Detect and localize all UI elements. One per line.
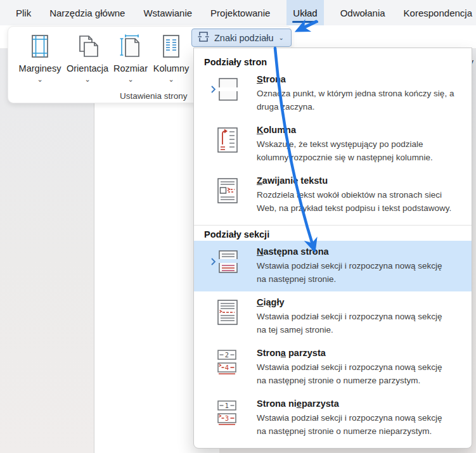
chevron-down-icon: ⌄ <box>279 34 284 41</box>
menu-item-description: Wstawia podział sekcji i rozpoczyna nową… <box>257 310 464 336</box>
button-label: Marginesy <box>16 63 64 73</box>
svg-text:3: 3 <box>225 415 229 422</box>
tab-narzędzia-główne[interactable]: Narzędzia główne <box>48 0 127 25</box>
menu-item-description: Oznacza punkt, w którym jedna strona koń… <box>257 87 464 113</box>
margins-icon <box>16 33 64 62</box>
chevron-down-icon: ⌄ <box>63 76 112 82</box>
tab-układ[interactable]: Układ <box>286 0 323 25</box>
column-break-icon <box>209 125 241 157</box>
menu-item-zawijanie-tekstu[interactable]: Zawijanie tekstu Rozdziela tekst wokół o… <box>194 170 472 220</box>
menu-item-strona-parzysta[interactable]: 2 4 Strona parzysta Wstawia podział sekc… <box>194 342 472 393</box>
menu-item-title: Kolumna <box>257 125 464 135</box>
menu-item-strona-nieparzysta[interactable]: 1 3 Strona nieparzysta Wstawia podział s… <box>194 393 472 443</box>
menu-item-title: Następna strona <box>257 246 464 257</box>
marginesy-button[interactable]: Marginesy ⌄ <box>16 33 64 82</box>
svg-text:2: 2 <box>225 352 229 359</box>
tab-label: Układ <box>293 8 317 18</box>
text-wrap-break-icon <box>209 176 241 208</box>
breaks-button-label: Znaki podziału <box>214 33 274 43</box>
button-label: Orientacja <box>63 63 112 73</box>
menu-item-description: Wskazuje, że tekst występujący po podzia… <box>257 137 464 164</box>
menu-item-title: Strona parzysta <box>257 348 464 358</box>
tab-label: Odwołania <box>340 8 385 18</box>
columns-icon <box>147 33 195 62</box>
breaks-button[interactable]: Znaki podziału ⌄ <box>191 29 292 47</box>
tab-label: Plik <box>16 8 31 18</box>
menu-item-title: Strona <box>257 74 464 84</box>
tab-label: Wstawianie <box>143 8 192 18</box>
menu-item-ciągły[interactable]: Ciągły Wstawia podział sekcji i rozpoczy… <box>194 291 472 342</box>
page-break-item-icon <box>209 75 241 106</box>
even-page-section-icon: 2 4 <box>209 348 241 380</box>
tab-odwołania[interactable]: Odwołania <box>338 0 387 25</box>
menu-item-description: Wstawia podział sekcji i rozpoczyna nową… <box>257 259 464 286</box>
menu-item-następna-strona[interactable]: Następna strona Wstawia podział sekcji i… <box>194 241 472 291</box>
tab-label: Narzędzia główne <box>49 8 125 18</box>
tab-label: Korespondencja <box>404 8 472 18</box>
chevron-down-icon: ⌄ <box>147 76 195 82</box>
button-label: Kolumny <box>147 63 195 73</box>
tab-wstawianie[interactable]: Wstawianie <box>141 0 194 25</box>
orientation-icon <box>63 33 112 62</box>
word-layout-screenshot: PlikNarzędzia główneWstawianieProjektowa… <box>0 0 476 453</box>
tab-korespondencja[interactable]: Korespondencja <box>402 0 474 25</box>
continuous-section-icon <box>209 298 241 329</box>
svg-text:4: 4 <box>225 364 229 371</box>
menu-item-kolumna[interactable]: Kolumna Wskazuje, że tekst występujący p… <box>194 119 472 170</box>
svg-text:1: 1 <box>225 402 229 409</box>
tab-projektowanie[interactable]: Projektowanie <box>209 0 272 25</box>
page-setup-group-label: Ustawienia strony <box>120 91 188 101</box>
menu-item-description: Rozdziela tekst wokół obiektów na strona… <box>257 188 464 215</box>
menu-item-description: Wstawia podział sekcji i rozpoczyna nową… <box>257 411 464 438</box>
odd-page-section-icon: 1 3 <box>209 399 241 431</box>
menu-item-title: Zawijanie tekstu <box>257 175 464 186</box>
orientacja-button[interactable]: Orientacja ⌄ <box>63 33 112 82</box>
breaks-dropdown-menu: Podziały stron Strona Oznacza punkt, w k… <box>193 48 472 449</box>
tab-label: Projektowanie <box>210 8 270 18</box>
chevron-down-icon: ⌄ <box>16 76 64 82</box>
menu-item-strona[interactable]: Strona Oznacza punkt, w którym jedna str… <box>194 68 472 119</box>
menu-item-title: Strona nieparzysta <box>257 399 464 409</box>
next-page-section-icon <box>209 247 241 279</box>
menu-section-separator <box>194 225 472 226</box>
tab-plik[interactable]: Plik <box>14 0 33 25</box>
breaks-icon <box>197 30 210 46</box>
ribbon-tab-bar: PlikNarzędzia główneWstawianieProjektowa… <box>0 0 476 25</box>
menu-item-title: Ciągły <box>257 297 464 307</box>
menu-section-header: Podziały sekcji <box>204 229 472 239</box>
menu-item-description: Wstawia podział sekcji i rozpoczyna nową… <box>257 360 464 387</box>
kolumny-button[interactable]: Kolumny ⌄ <box>147 33 195 82</box>
menu-section-header: Podziały stron <box>204 57 472 67</box>
